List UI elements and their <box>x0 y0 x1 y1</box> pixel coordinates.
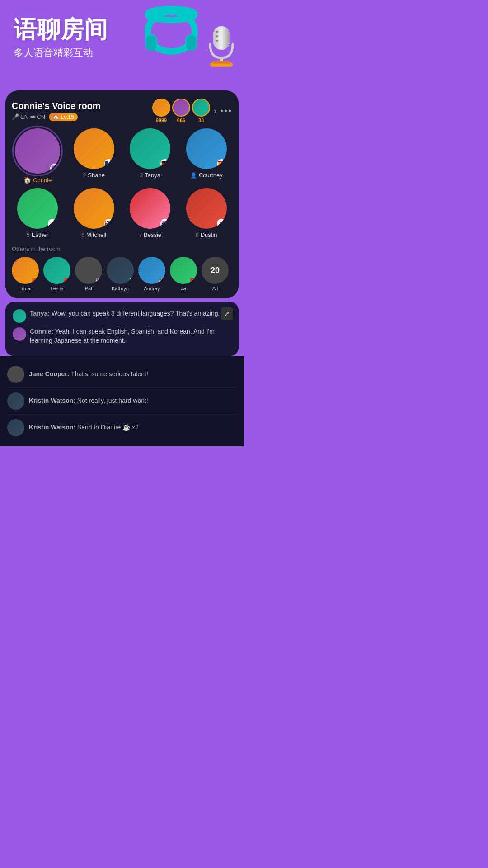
other-avatar: 🇨🇳 <box>43 257 70 284</box>
speaker-slot-mitchell[interactable]: 🇬🇧 6 Mitchell <box>68 188 120 238</box>
flag-icon: 🏠 <box>52 114 59 120</box>
speaker-slot-tanya[interactable]: 🇩🇪 3 Tanya <box>124 128 176 184</box>
flag-badge: 🇫🇷 <box>104 159 113 168</box>
msg-text: Kristin Watson: Send to Dianne ☕ x2 <box>29 423 139 432</box>
msg-avatar <box>7 392 24 410</box>
other-user-audrey[interactable]: 🇺🇸 Audrey <box>138 257 165 291</box>
speaker-slot-esther[interactable]: 🇰🇷 5 Esther <box>12 188 64 238</box>
chat-sender: Tanya: <box>30 310 50 317</box>
speaker-num: 5 <box>27 232 30 238</box>
chat-text: Connie: Yeah. I can speak English, Spani… <box>30 327 231 345</box>
expand-chat-button[interactable]: ⤢ <box>221 307 233 320</box>
chat-avatar <box>13 327 26 341</box>
chat-avatar <box>13 309 26 323</box>
other-avatar: 🇹🇷 <box>170 257 197 284</box>
top-user-count-1: 9999 <box>156 118 167 123</box>
speaker-avatar: 🇦🇺 <box>130 188 170 229</box>
other-name: Ja <box>181 286 186 291</box>
flag-badge: 🇯🇵 <box>217 219 226 228</box>
messages-list: Jane Cooper: That's! some serious talent… <box>0 356 244 446</box>
speaker-slot-bessie[interactable]: 🇦🇺 7 Bessie <box>124 188 176 238</box>
speaker-name-row: 6 Mitchell <box>81 231 106 238</box>
more-options-button[interactable]: ••• <box>220 106 232 116</box>
speaker-name-row: 5 Esther <box>27 231 48 238</box>
person-icon: 👤 <box>190 172 197 179</box>
top-user-avatar-3 <box>192 99 210 117</box>
svg-rect-7 <box>213 26 230 50</box>
other-user-irma[interactable]: 🇨🇳 👤 Irma <box>12 257 39 291</box>
top-user-count-2: 666 <box>177 118 185 123</box>
top-user-1[interactable]: 9999 <box>152 99 170 123</box>
msg-sender: Jane Cooper: <box>29 370 69 377</box>
msg-avatar <box>7 366 24 383</box>
others-row: 🇨🇳 👤 Irma 🇨🇳 Leslie 🇺🇸 Pat <box>12 257 232 298</box>
speaker-name: Tanya <box>145 172 160 179</box>
headphone-icon <box>142 5 201 63</box>
speaker-slot-shane[interactable]: 🇫🇷 2 Shane <box>68 128 120 184</box>
top-user-avatar-2 <box>172 99 190 117</box>
msg-avatar <box>7 419 24 436</box>
speaker-avatar: 🇰🇷 <box>17 188 58 229</box>
other-user-pat[interactable]: 🇺🇸 Pat <box>75 257 102 291</box>
voice-room-card: Connie's Voice room 🎤 EN ⇌ CN 🏠 Lv.15 <box>5 90 239 298</box>
speaker-slot-courtney[interactable]: 🇪🇸 👤 Courtney <box>181 128 233 184</box>
svg-rect-4 <box>185 34 197 51</box>
speaker-name: Bessie <box>144 231 161 238</box>
flag-badge: 🇬🇧 <box>104 219 113 228</box>
other-avatar: 🇺🇸 <box>75 257 102 284</box>
room-title: Connie's Voice room <box>12 101 101 111</box>
speakers-grid: 🇺🇸 🏠 Connie 🇫🇷 2 Shane <box>12 128 232 238</box>
other-name: Leslie <box>51 286 64 291</box>
mic-small-icon: 🎤 <box>12 113 19 120</box>
chat-sender: Connie: <box>30 328 53 335</box>
other-flag: 🇩🇿 <box>127 278 133 283</box>
others-label: Others in the room <box>12 245 232 252</box>
other-flag: 🇺🇸 <box>95 278 102 283</box>
card-header: Connie's Voice room 🎤 EN ⇌ CN 🏠 Lv.15 <box>12 99 232 123</box>
speaker-avatar-wrap: 🇬🇧 <box>74 188 114 229</box>
speaker-name: Connie <box>33 177 52 184</box>
msg-sender: Kristin Watson: <box>29 397 75 404</box>
all-badge: 20 <box>202 257 229 284</box>
svg-rect-3 <box>145 34 157 51</box>
chevron-right-icon[interactable]: › <box>214 106 216 116</box>
msg-content: Not really, just hard work! <box>77 397 148 404</box>
speaker-avatar-wrap: 🇯🇵 <box>186 188 227 229</box>
speaker-avatar-wrap: 🇰🇷 <box>17 188 58 229</box>
speaker-avatar: 🇪🇸 <box>186 128 227 169</box>
message-item-2: Kristin Watson: Send to Dianne ☕ x2 <box>7 415 237 441</box>
other-user-leslie[interactable]: 🇨🇳 Leslie <box>43 257 70 291</box>
top-user-3[interactable]: 33 <box>192 99 210 123</box>
speaker-name: Dustin <box>201 231 217 238</box>
speaker-avatar: 🇩🇪 <box>130 128 170 169</box>
chat-message-0: Tanya: Wow, you can speak 3 different la… <box>13 309 231 323</box>
top-user-count-3: 33 <box>198 118 204 123</box>
speaker-name: Courtney <box>199 172 223 179</box>
speaker-num: 3 <box>140 172 143 179</box>
flag-badge: 🇩🇪 <box>160 159 169 168</box>
host-badge: 🏠 <box>23 176 31 184</box>
speaker-avatar: 🇯🇵 <box>186 188 227 229</box>
flag-badge: 🇺🇸 <box>50 164 59 173</box>
all-label: All <box>212 286 218 291</box>
speaker-name-row: 3 Tanya <box>140 172 160 179</box>
svg-rect-10 <box>216 40 218 42</box>
other-flag: 🇹🇷 <box>190 278 197 283</box>
speaker-avatar: 🇬🇧 <box>74 188 114 229</box>
other-user-kathryn[interactable]: 🇩🇿 Kathryn <box>107 257 134 291</box>
top-user-2[interactable]: 666 <box>172 99 190 123</box>
other-name: Irma <box>20 286 30 291</box>
other-name: Kathryn <box>112 286 129 291</box>
speaker-slot-connie[interactable]: 🇺🇸 🏠 Connie <box>12 128 64 184</box>
others-all-button[interactable]: 20 All <box>202 257 229 291</box>
microphone-icon <box>203 23 239 68</box>
other-user-ja[interactable]: 🇹🇷 Ja <box>170 257 197 291</box>
chat-bubble: Tanya: Wow, you can speak 3 different la… <box>5 302 239 356</box>
speaker-name: Esther <box>32 231 49 238</box>
other-name: Pat <box>85 286 93 291</box>
speaker-avatar-wrap: 🇺🇸 <box>15 128 60 174</box>
speaker-name-row: 2 Shane <box>83 172 105 179</box>
speaker-slot-dustin[interactable]: 🇯🇵 8 Dustin <box>181 188 233 238</box>
top-user-avatar-1 <box>152 99 170 117</box>
flag-badge: 🇰🇷 <box>48 219 57 228</box>
